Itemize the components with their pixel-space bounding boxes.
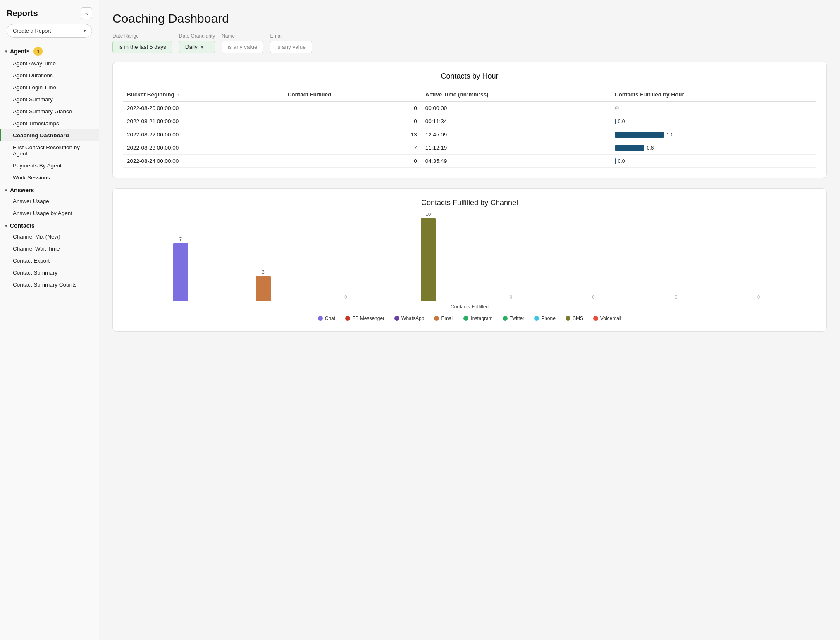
name-filter: Name is any value bbox=[222, 33, 263, 53]
nav-item-answer-usage-by-agent[interactable]: Answer Usage by Agent bbox=[0, 207, 99, 219]
granularity-filter: Date Granularity Daily ▾ bbox=[179, 33, 215, 53]
contacts-by-channel-card: Contacts Fulfilled by Channel 730100000 … bbox=[112, 188, 827, 332]
progress-bar bbox=[615, 119, 616, 124]
bar-cell-inner: 0.6 bbox=[615, 145, 812, 151]
null-bar: ∅ bbox=[615, 105, 619, 111]
progress-bar bbox=[615, 132, 664, 138]
granularity-label: Date Granularity bbox=[179, 33, 215, 39]
granularity-pill[interactable]: Daily ▾ bbox=[179, 41, 215, 53]
nav-item-contact-export[interactable]: Contact Export bbox=[0, 255, 99, 267]
legend-item-phone: Phone bbox=[534, 315, 556, 321]
nav-item-payments-by-agent[interactable]: Payments By Agent bbox=[0, 160, 99, 172]
bar-value: 1.0 bbox=[667, 132, 674, 138]
sidebar-header: Reports « bbox=[0, 0, 99, 24]
email-label: Email bbox=[270, 33, 312, 39]
bar-top-label: 7 bbox=[179, 236, 182, 241]
legend-label: Twitter bbox=[510, 315, 524, 321]
bar-cell: 0.6 bbox=[611, 141, 816, 155]
progress-bar bbox=[615, 145, 644, 151]
bar-cell-inner: 0.0 bbox=[615, 119, 812, 124]
bar-top-label: 0 bbox=[757, 294, 760, 299]
date-range-label: Date Range bbox=[112, 33, 172, 39]
legend-dot bbox=[566, 316, 570, 321]
bar-group-voicemail: 0 bbox=[635, 294, 718, 301]
nav-item-answer-usage[interactable]: Answer Usage bbox=[0, 195, 99, 207]
bar-group-whatsapp: 0 bbox=[717, 294, 800, 301]
bar-chart: 730100000 bbox=[139, 219, 800, 301]
bucket-cell: 2022-08-23 00:00:00 bbox=[123, 141, 283, 155]
nav-item-agent-summary[interactable]: Agent Summary bbox=[0, 93, 99, 105]
bar-cell: 0.0 bbox=[611, 155, 816, 168]
name-input[interactable]: is any value bbox=[222, 41, 263, 53]
bar-cell-inner: 1.0 bbox=[615, 132, 812, 138]
nav-item-channel-wait-time[interactable]: Channel Wait Time bbox=[0, 243, 99, 255]
nav-item-contact-summary-counts[interactable]: Contact Summary Counts bbox=[0, 279, 99, 291]
table-row: 2022-08-21 00:00:00000:11:340.0 bbox=[123, 115, 816, 128]
contacts-by-hour-card: Contacts by Hour Bucket Beginning ↑Conta… bbox=[112, 62, 827, 178]
nav-item-agent-timestamps[interactable]: Agent Timestamps bbox=[0, 117, 99, 129]
section-badge: 1 bbox=[33, 47, 43, 56]
legend-item-voicemail: Voicemail bbox=[593, 315, 621, 321]
chevron-down-icon: ▾ bbox=[201, 44, 203, 50]
legend-label: SMS bbox=[573, 315, 583, 321]
nav-item-contact-summary[interactable]: Contact Summary bbox=[0, 267, 99, 279]
active-time-cell: 00:11:34 bbox=[421, 115, 611, 128]
main-content: Coaching Dashboard Date Range is in the … bbox=[99, 0, 840, 640]
sidebar-title: Reports bbox=[7, 9, 38, 18]
section-header-answers[interactable]: ▾ Answers bbox=[0, 184, 99, 195]
x-axis-label: Contacts Fulfilled bbox=[127, 304, 812, 310]
legend-dot bbox=[463, 316, 468, 321]
sidebar-sections: ▾ Agents 1Agent Away TimeAgent Durations… bbox=[0, 43, 99, 291]
nav-item-coaching-dashboard[interactable]: Coaching Dashboard bbox=[0, 129, 99, 141]
bar-group-chat: 7 bbox=[139, 236, 222, 301]
sort-arrow-icon: ↑ bbox=[176, 93, 179, 97]
legend-item-email: Email bbox=[434, 315, 453, 321]
sidebar: Reports « Create a Report ▾ ▾ Agents 1Ag… bbox=[0, 0, 99, 640]
fulfilled-cell: 0 bbox=[283, 155, 421, 168]
nav-item-agent-summary-glance[interactable]: Agent Summary Glance bbox=[0, 105, 99, 117]
legend-label: FB Messenger bbox=[352, 315, 384, 321]
section-header-agents[interactable]: ▾ Agents 1 bbox=[0, 43, 99, 57]
col-header-0[interactable]: Bucket Beginning ↑ bbox=[123, 88, 283, 101]
fulfilled-cell: 0 bbox=[283, 101, 421, 115]
bar-value: 0.0 bbox=[618, 119, 625, 124]
nav-item-agent-away-time[interactable]: Agent Away Time bbox=[0, 57, 99, 69]
bar-group-sms: 10 bbox=[387, 212, 470, 301]
contacts-by-hour-table: Bucket Beginning ↑Contact FulfilledActiv… bbox=[123, 88, 816, 168]
bar-top-label: 3 bbox=[262, 270, 265, 275]
bar-group-instagram: 0 bbox=[470, 294, 552, 301]
nav-item-first-contact-resolution-by-agent[interactable]: First Contact Resolution by Agent bbox=[0, 141, 99, 160]
legend-label: Chat bbox=[325, 315, 335, 321]
table-row: 2022-08-23 00:00:00711:12:190.6 bbox=[123, 141, 816, 155]
fulfilled-cell: 13 bbox=[283, 128, 421, 141]
collapse-button[interactable]: « bbox=[81, 7, 92, 19]
active-time-cell: 12:45:09 bbox=[421, 128, 611, 141]
chart-bar-email bbox=[256, 276, 271, 301]
nav-item-agent-durations[interactable]: Agent Durations bbox=[0, 69, 99, 81]
fulfilled-cell: 0 bbox=[283, 115, 421, 128]
section-label: Agents bbox=[10, 48, 29, 55]
legend-dot bbox=[318, 316, 323, 321]
col-header-2: Active Time (hh:mm:ss) bbox=[421, 88, 611, 101]
legend-item-instagram: Instagram bbox=[463, 315, 492, 321]
email-input[interactable]: is any value bbox=[270, 41, 312, 53]
legend-dot bbox=[593, 316, 598, 321]
create-report-button[interactable]: Create a Report ▾ bbox=[7, 24, 92, 38]
chevron-down-icon: ▾ bbox=[84, 28, 86, 33]
col-header-1: Contact Fulfilled bbox=[283, 88, 421, 101]
nav-item-work-sessions[interactable]: Work Sessions bbox=[0, 172, 99, 184]
col-header-3: Contacts Fulfilled by Hour bbox=[611, 88, 816, 101]
nav-item-agent-login-time[interactable]: Agent Login Time bbox=[0, 81, 99, 93]
contacts-by-channel-title: Contacts Fulfilled by Channel bbox=[123, 198, 816, 207]
section-header-contacts[interactable]: ▾ Contacts bbox=[0, 219, 99, 231]
table-body: 2022-08-20 00:00:00000:00:00∅2022-08-21 … bbox=[123, 101, 816, 168]
bar-top-label: 0 bbox=[510, 294, 512, 299]
date-range-pill[interactable]: is in the last 5 days bbox=[112, 41, 172, 53]
active-time-cell: 00:00:00 bbox=[421, 101, 611, 115]
legend-item-whatsapp: WhatsApp bbox=[394, 315, 424, 321]
nav-item-channel-mix-new[interactable]: Channel Mix (New) bbox=[0, 231, 99, 243]
table-row: 2022-08-24 00:00:00004:35:490.0 bbox=[123, 155, 816, 168]
bar-group-email: 3 bbox=[222, 270, 305, 301]
legend-dot bbox=[434, 316, 439, 321]
create-report-label: Create a Report bbox=[13, 28, 51, 34]
